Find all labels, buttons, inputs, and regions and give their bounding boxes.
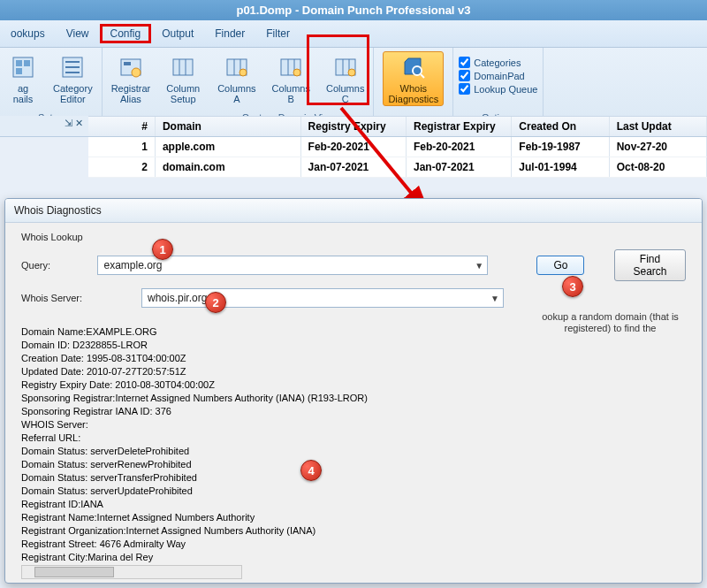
- col-registrar-expiry[interactable]: Registrar Expiry: [407, 117, 512, 136]
- menu-filter[interactable]: Filter: [255, 24, 300, 43]
- dialog-title: Whois Diagnostics: [5, 199, 702, 223]
- cell-index: 2: [88, 157, 156, 177]
- cell-created-on: Feb-19-1987: [512, 137, 609, 157]
- col-last-updated[interactable]: Last Updat: [610, 117, 707, 136]
- scrollbar-thumb[interactable]: [34, 567, 114, 577]
- domain-table: # Domain Registry Expiry Registrar Expir…: [88, 116, 707, 178]
- ribbon-label: Columns: [272, 83, 310, 94]
- columns-a-icon: [223, 53, 251, 81]
- ribbon-group-options: Categories DomainPad Lookup Queue Option…: [453, 48, 544, 125]
- columns-c-icon: [331, 53, 360, 81]
- ribbon-columns-a[interactable]: Columns A: [214, 51, 259, 106]
- find-search-button[interactable]: Find Search: [614, 249, 686, 281]
- svg-point-25: [348, 69, 355, 76]
- cell-registrar-expiry: Feb-20-2021: [407, 137, 512, 157]
- ribbon-label: Whois: [400, 83, 428, 94]
- menu-config[interactable]: Config: [100, 24, 152, 43]
- ribbon-label: Columns: [326, 83, 364, 94]
- ribbon-label: ag: [18, 83, 28, 94]
- cell-domain: apple.com: [156, 137, 301, 157]
- ribbon-label: Columns: [217, 83, 255, 94]
- ribbon-label: nails: [13, 94, 34, 104]
- whois-server-value: whois.pir.org: [148, 292, 207, 304]
- whois-server-combo[interactable]: whois.pir.org ▼: [141, 288, 504, 308]
- option-label: Lookup Queue: [474, 84, 537, 95]
- whois-diagnostics-dialog: Whois Diagnostics Whois Lookup Query: ex…: [4, 198, 703, 584]
- ribbon-group-whois: Whois Diagnostics: [374, 48, 453, 125]
- svg-rect-3: [16, 68, 22, 74]
- menu-output[interactable]: Output: [151, 24, 204, 43]
- col-index[interactable]: #: [88, 117, 156, 136]
- checkbox-categories[interactable]: [459, 57, 470, 68]
- columns-b-icon: [277, 53, 305, 81]
- menu-bar: ookups View Config Output Finder Filter: [0, 20, 707, 48]
- whois-output: Domain Name:EXAMPLE.ORG Domain ID: D2328…: [21, 325, 686, 577]
- ribbon-tag-thumbnails[interactable]: ag nails: [5, 51, 41, 106]
- window-title: p01.Domp - Domain Punch Professional v3: [0, 0, 707, 20]
- col-domain[interactable]: Domain: [156, 117, 301, 136]
- ribbon-label: Editor: [60, 94, 86, 104]
- table-row[interactable]: 1 apple.com Feb-20-2021 Feb-20-2021 Feb-…: [88, 137, 707, 157]
- svg-line-27: [421, 74, 424, 78]
- whois-server-label: Whois Server:: [21, 293, 92, 303]
- cell-domain: domain.com: [156, 157, 301, 177]
- tag-icon: [9, 53, 37, 81]
- option-label: DomainPad: [474, 71, 524, 81]
- horizontal-scrollbar[interactable]: [21, 565, 242, 579]
- ribbon-label: Diagnostics: [388, 94, 438, 104]
- ribbon-group-custom-views: Columns A Columns B Columns C Custom Dom…: [209, 48, 374, 125]
- cell-last-updated: Nov-27-20: [610, 137, 707, 157]
- ribbon-label: Category: [53, 83, 93, 94]
- col-registry-expiry[interactable]: Registry Expiry: [301, 117, 407, 136]
- option-lookup-queue[interactable]: Lookup Queue: [459, 83, 537, 95]
- cell-created-on: Jul-01-1994: [512, 157, 609, 177]
- hint-text: ookup a random domain (that is registere…: [533, 311, 688, 334]
- svg-rect-11: [173, 59, 193, 75]
- option-domainpad[interactable]: DomainPad: [459, 70, 524, 81]
- go-button[interactable]: Go: [536, 256, 584, 275]
- option-label: Categories: [474, 57, 521, 68]
- ribbon-label: Registrar: [111, 83, 151, 94]
- menu-lookups[interactable]: ookups: [0, 24, 56, 43]
- cell-last-updated: Oct-08-20: [610, 157, 707, 177]
- ribbon-registrar-alias[interactable]: Registrar Alias: [108, 51, 155, 106]
- ribbon-group-setup: ag nails Category Editor Setup: [0, 48, 103, 125]
- cell-registry-expiry: Jan-07-2021: [301, 157, 407, 177]
- ribbon-label: C: [342, 94, 349, 104]
- cell-registrar-expiry: Jan-07-2021: [407, 157, 512, 177]
- ribbon-columns-b[interactable]: Columns B: [269, 51, 314, 106]
- menu-finder[interactable]: Finder: [204, 24, 255, 43]
- ribbon-label: Column: [166, 83, 200, 94]
- ribbon-group-registrar-column: Registrar Alias Column Setup: [103, 48, 209, 125]
- chevron-down-icon: ▼: [475, 261, 483, 271]
- ribbon: ag nails Category Editor Setup Registrar…: [0, 48, 707, 126]
- table-row[interactable]: 2 domain.com Jan-07-2021 Jan-07-2021 Jul…: [88, 157, 707, 178]
- svg-point-17: [239, 69, 247, 76]
- checkbox-lookup-queue[interactable]: [459, 83, 470, 95]
- ribbon-columns-c[interactable]: Columns C: [323, 51, 368, 106]
- panel-pin-controls[interactable]: ⇲ ✕: [0, 116, 88, 137]
- ribbon-category-editor[interactable]: Category Editor: [49, 51, 96, 106]
- chevron-down-icon: ▼: [490, 294, 499, 303]
- checkbox-domainpad[interactable]: [459, 70, 470, 81]
- ribbon-label: A: [233, 94, 239, 104]
- query-combo[interactable]: example.org ▼: [97, 256, 488, 275]
- ribbon-column-setup[interactable]: Column Setup: [163, 51, 203, 106]
- query-value: example.org: [103, 259, 162, 271]
- col-created-on[interactable]: Created On: [512, 117, 609, 136]
- whois-icon: [399, 53, 428, 81]
- category-icon: [58, 53, 87, 81]
- query-label: Query:: [21, 260, 90, 271]
- columns-icon: [169, 53, 197, 81]
- menu-view[interactable]: View: [56, 24, 100, 43]
- ribbon-whois-diagnostics[interactable]: Whois Diagnostics: [383, 51, 444, 106]
- registrar-icon: [117, 53, 145, 81]
- svg-rect-1: [16, 60, 22, 66]
- cell-registry-expiry: Feb-20-2021: [301, 137, 407, 157]
- cell-index: 1: [88, 137, 156, 157]
- ribbon-label: Setup: [171, 94, 196, 104]
- svg-rect-2: [24, 60, 30, 66]
- whois-lookup-group: Whois Lookup Query: example.org ▼ Go Fin…: [21, 232, 686, 320]
- table-header: # Domain Registry Expiry Registrar Expir…: [88, 117, 707, 137]
- option-categories[interactable]: Categories: [459, 57, 521, 68]
